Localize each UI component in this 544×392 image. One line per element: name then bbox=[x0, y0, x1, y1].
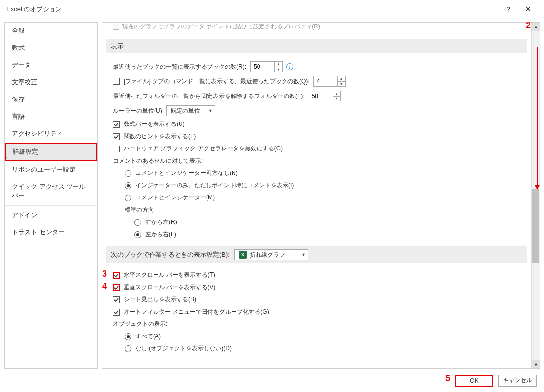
annotation-arrow bbox=[537, 47, 538, 189]
checkbox-formula-bar[interactable] bbox=[113, 121, 120, 128]
row-direction-rtl: 右から左(R) bbox=[106, 216, 527, 228]
row-direction-ltr: 左から右(L) bbox=[106, 228, 527, 241]
row-hw-accel: ハードウェア グラフィック アクセラレータを無効にする(G) bbox=[106, 143, 527, 155]
radio-comment-indicator[interactable] bbox=[125, 182, 131, 189]
checkbox-func-hint[interactable] bbox=[113, 133, 120, 140]
ok-button[interactable]: OK bbox=[455, 375, 493, 387]
row-direction-header: 標準の方向: bbox=[106, 204, 527, 216]
row-comment-opt2: インジケーターのみ。ただしポイント時にコメントを表示(I) bbox=[106, 179, 527, 192]
sidebar-item-data[interactable]: データ bbox=[5, 57, 97, 74]
row-func-hint: 関数のヒントを表示する(F) bbox=[106, 130, 527, 143]
scroll-down-button[interactable]: ▼ bbox=[532, 360, 540, 368]
checkbox-file-tab-recent[interactable] bbox=[113, 78, 120, 85]
recent-books-input[interactable]: ▲▼ bbox=[250, 61, 283, 72]
recent-books-label: 最近使ったブックの一覧に表示するブックの数(R): bbox=[113, 63, 246, 71]
scroll-thumb[interactable] bbox=[532, 189, 539, 263]
radio-direction-rtl[interactable] bbox=[134, 219, 141, 226]
row-recent-folders: 最近使ったフォルダーの一覧から固定表示を解除するフォルダーの数(F): ▲▼ bbox=[106, 89, 527, 103]
row-autofilter-group: オートフィルター メニューで日付をグループ化する(G) bbox=[106, 306, 527, 318]
row-comment-opt1: コメントとインジケーター両方なし(N) bbox=[106, 167, 527, 179]
checkbox-vscroll[interactable] bbox=[113, 284, 120, 291]
excel-icon: X bbox=[239, 251, 247, 259]
section-workbook-display: 次のブックで作業するときの表示設定(B): X 折れ線グラフ ▼ bbox=[106, 246, 527, 263]
row-file-tab-recent: [ファイル] タブのコマンド一覧に表示する、最近使ったブックの数(Q): ▲▼ bbox=[106, 74, 527, 89]
recent-folders-input[interactable]: ▲▼ bbox=[309, 91, 341, 101]
annotation-5: 5 bbox=[445, 373, 450, 384]
sidebar-item-customize-ribbon[interactable]: リボンのユーザー設定 bbox=[5, 161, 97, 178]
row-comment-opt3: コメントとインジケーター(M) bbox=[106, 192, 527, 204]
dialog-footer: 5 OK キャンセル bbox=[0, 369, 544, 392]
ruler-unit-select[interactable]: 既定の単位 ▼ bbox=[166, 105, 215, 116]
sidebar-divider bbox=[5, 205, 97, 206]
checkbox-hscroll[interactable] bbox=[113, 272, 120, 279]
titlebar: Excel のオプション ? ✕ bbox=[0, 0, 544, 18]
radio-comment-both[interactable] bbox=[125, 195, 131, 201]
sidebar-item-general[interactable]: 全般 bbox=[5, 23, 97, 40]
row-sheet-tabs: シート見出しを表示する(B) bbox=[106, 294, 527, 306]
category-sidebar: 全般 数式 データ 文章校正 保存 言語 アクセシビリティ 詳細設定 リボンのユ… bbox=[4, 22, 98, 369]
radio-objects-none[interactable] bbox=[125, 345, 131, 352]
window-title: Excel のオプション bbox=[6, 5, 498, 14]
scroll-content: 現在のグラフでグラフのデータ ポイントに結びて設定されるプロパティ(R) 表示 … bbox=[102, 23, 531, 368]
dialog-body: 全般 数式 データ 文章校正 保存 言語 アクセシビリティ 詳細設定 リボンのユ… bbox=[0, 18, 544, 369]
sidebar-item-accessibility[interactable]: アクセシビリティ bbox=[5, 125, 97, 143]
radio-objects-all[interactable] bbox=[125, 333, 131, 340]
section-display: 表示 bbox=[106, 39, 527, 53]
sidebar-item-addins[interactable]: アドイン bbox=[5, 207, 97, 224]
sidebar-item-quick-access[interactable]: クイック アクセス ツール バー bbox=[5, 178, 97, 204]
row-recent-books: 最近使ったブックの一覧に表示するブックの数(R): ▲▼ i bbox=[106, 59, 527, 74]
annotation-1: 1 bbox=[4, 150, 7, 161]
sidebar-item-proofing[interactable]: 文章校正 bbox=[5, 74, 97, 91]
row-objects-all: すべて(A) bbox=[106, 330, 527, 343]
checkbox-hw-accel[interactable] bbox=[113, 146, 120, 152]
info-icon[interactable]: i bbox=[286, 63, 293, 70]
vertical-scrollbar[interactable]: ▲ ▼ 2 bbox=[531, 23, 540, 368]
chevron-down-icon: ▼ bbox=[205, 108, 213, 113]
help-button[interactable]: ? bbox=[498, 0, 518, 18]
ruler-unit-label: ルーラーの単位(U) bbox=[113, 107, 162, 115]
sidebar-item-trust-center[interactable]: トラスト センター bbox=[5, 224, 97, 241]
sidebar-item-formulas[interactable]: 数式 bbox=[5, 40, 97, 57]
file-tab-recent-input[interactable]: ▲▼ bbox=[313, 76, 346, 87]
file-tab-recent-label: [ファイル] タブのコマンド一覧に表示する、最近使ったブックの数(Q): bbox=[124, 77, 310, 86]
chevron-down-icon: ▼ bbox=[297, 252, 306, 257]
sidebar-item-advanced[interactable]: 詳細設定 bbox=[5, 143, 97, 161]
row-hscroll: 3 水平スクロール バーを表示する(T) bbox=[106, 269, 527, 281]
checkbox-sheet-tabs[interactable] bbox=[113, 296, 120, 303]
annotation-4: 4 bbox=[102, 281, 107, 292]
annotation-3: 3 bbox=[102, 269, 107, 279]
close-button[interactable]: ✕ bbox=[518, 0, 538, 18]
options-dialog: Excel のオプション ? ✕ 全般 数式 データ 文章校正 保存 言語 アク… bbox=[0, 0, 544, 392]
sidebar-item-language[interactable]: 言語 bbox=[5, 108, 97, 125]
workbook-select[interactable]: X 折れ線グラフ ▼ bbox=[234, 249, 308, 260]
radio-comment-none[interactable] bbox=[125, 170, 131, 177]
recent-folders-label: 最近使ったフォルダーの一覧から固定表示を解除するフォルダーの数(F): bbox=[113, 92, 305, 100]
row-objects-none: なし (オブジェクトを表示しない)(D) bbox=[106, 343, 527, 355]
cancel-button[interactable]: キャンセル bbox=[498, 375, 537, 387]
radio-direction-ltr[interactable] bbox=[134, 231, 141, 238]
row-formula-bar: 数式バーを表示する(U) bbox=[106, 118, 527, 130]
row-ruler-unit: ルーラーの単位(U) 既定の単位 ▼ bbox=[106, 103, 527, 118]
row-objects-header: オブジェクトの表示: bbox=[106, 318, 527, 330]
checkbox-autofilter-group[interactable] bbox=[113, 309, 120, 316]
content-pane: 現在のグラフでグラフのデータ ポイントに結びて設定されるプロパティ(R) 表示 … bbox=[102, 22, 540, 369]
row-comment-header: コメントのあるセルに対して表示: bbox=[106, 155, 527, 167]
truncated-previous-row: 現在のグラフでグラフのデータ ポイントに結びて設定されるプロパティ(R) bbox=[106, 23, 527, 33]
scroll-up-button[interactable]: ▲ bbox=[532, 23, 540, 31]
annotation-2: 2 bbox=[526, 21, 531, 31]
row-vscroll: 4 垂直スクロール バーを表示する(V) bbox=[106, 281, 527, 294]
sidebar-item-save[interactable]: 保存 bbox=[5, 91, 97, 108]
